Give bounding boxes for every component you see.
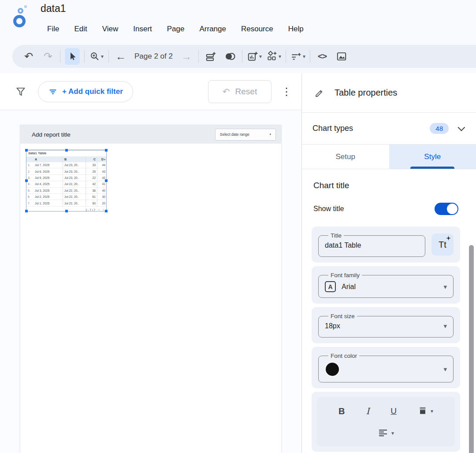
pagination-range: 1 - 7 / 7	[86, 208, 95, 212]
underline-button[interactable]: U	[390, 406, 397, 416]
italic-button[interactable]: I	[366, 406, 369, 416]
date-range-label: Select date range	[220, 132, 249, 137]
font-color-label: Font color	[328, 353, 359, 359]
panel-scrollbar[interactable]	[469, 245, 474, 453]
menu-edit[interactable]: Edit	[67, 22, 94, 36]
menu-arrange[interactable]: Arrange	[192, 22, 233, 36]
generate-title-button[interactable]: Tt	[431, 234, 454, 256]
date-range-control[interactable]: Select date range ▾	[215, 129, 276, 141]
add-chart-button[interactable]: ▾	[247, 48, 262, 65]
font-family-field[interactable]: Font family A Arial ▾	[318, 272, 454, 298]
menu-file[interactable]: File	[40, 22, 67, 36]
add-community-visualization-button[interactable]: ▾	[266, 48, 281, 65]
logo-ring-large	[13, 15, 26, 27]
fill-color-icon	[418, 406, 428, 416]
toolbar: ↶ ↷ ▾ ← Page 2 of 2 →	[12, 45, 476, 68]
table-cell: 42	[86, 181, 97, 187]
panel-title: Table properties	[335, 88, 397, 98]
redo-icon: ↷	[44, 51, 52, 62]
menu-page[interactable]: Page	[160, 22, 192, 36]
show-title-toggle[interactable]	[435, 203, 458, 215]
next-page-button[interactable]: →	[179, 48, 194, 65]
report-title-placeholder[interactable]: Add report title	[32, 131, 71, 138]
text-align-button[interactable]: ▾	[378, 428, 394, 438]
font-color-swatch[interactable]	[326, 363, 339, 376]
menu-resource[interactable]: Resource	[234, 22, 281, 36]
filter-bar: + Add quick filter ↶ Reset ⋮	[0, 73, 301, 110]
page-prev-icon[interactable]: ‹	[98, 208, 100, 212]
chart-types-count-badge: 48	[430, 123, 449, 134]
table-row[interactable]: 6. Jul 2, 2025 Jul 22, 20.. 61 30	[26, 194, 106, 200]
column-header-c[interactable]: C	[86, 156, 97, 162]
canvas-column: + Add quick filter ↶ Reset ⋮ Add report …	[0, 73, 301, 453]
add-control-button[interactable]: ▾	[290, 48, 305, 65]
selection-handle[interactable]	[105, 149, 108, 152]
table-row[interactable]: 2. Jul 6, 2025 Jul 23, 20.. 25 43	[26, 168, 106, 175]
chevron-down-icon[interactable]: ▾	[443, 322, 447, 330]
selection-handle[interactable]	[25, 149, 28, 152]
chevron-down-icon[interactable]: ▾	[443, 365, 447, 373]
selection-handle[interactable]	[105, 179, 108, 182]
redo-button[interactable]: ↷	[41, 48, 56, 65]
table-chart[interactable]: data1 Table A B C D▾ 1. Jul 7, 2025 Jul …	[26, 150, 107, 212]
undo-button[interactable]: ↶	[21, 48, 36, 65]
more-options-kebab-icon[interactable]: ⋮	[281, 85, 292, 98]
report-canvas[interactable]: Add report title Select date range ▾ dat…	[0, 110, 301, 453]
filter-funnel-icon[interactable]	[15, 86, 26, 97]
report-page[interactable]: Add report title Select date range ▾ dat…	[20, 125, 282, 453]
font-family-card: Font family A Arial ▾	[312, 266, 460, 304]
blend-data-button[interactable]	[223, 48, 238, 65]
embed-code-button[interactable]: <>	[315, 48, 330, 65]
selection-handle[interactable]	[105, 210, 108, 212]
font-size-field[interactable]: Font size 18px ▾	[318, 313, 454, 338]
highlight-color-button[interactable]: ▾	[418, 406, 433, 416]
previous-page-button[interactable]: ←	[113, 48, 128, 65]
selection-handle[interactable]	[65, 149, 68, 152]
menu-insert[interactable]: Insert	[126, 22, 160, 36]
text-format-card: B I U ▾	[312, 392, 460, 452]
row-number-cell: 6.	[26, 195, 33, 198]
select-tool-button[interactable]	[65, 48, 80, 65]
looker-studio-logo-icon[interactable]	[12, 5, 32, 28]
reset-undo-icon: ↶	[223, 86, 230, 97]
add-page-button[interactable]	[203, 48, 218, 65]
table-row[interactable]: 4. Jul 4, 2025 Jul 22, 20.. 42 41	[26, 181, 106, 187]
table-cell: 33	[86, 162, 97, 168]
active-tab-indicator	[410, 167, 454, 169]
menu-view[interactable]: View	[95, 22, 126, 36]
title-field[interactable]: Title data1 Table	[318, 232, 425, 257]
font-color-field[interactable]: Font color ▾	[318, 353, 454, 382]
column-header-b[interactable]: B	[63, 156, 86, 162]
selection-handle[interactable]	[25, 179, 28, 182]
selection-handle[interactable]	[65, 210, 68, 212]
table-row[interactable]: 7. Jul 1, 2025 Jul 22, 20.. 50 20	[26, 200, 106, 206]
document-title[interactable]: data1	[41, 3, 66, 15]
reset-button[interactable]: ↶ Reset	[208, 80, 271, 103]
toolbar-divider	[242, 50, 242, 63]
table-row[interactable]: 5. Jul 3, 2025 Jul 22, 20.. 36 40	[26, 188, 106, 194]
table-cell: Jul 23, 20..	[63, 175, 86, 181]
table-cell: Jul 3, 2025	[33, 189, 63, 192]
table-row[interactable]: 3. Jul 5, 2025 Jul 23, 20.. 22 42	[26, 175, 106, 181]
chevron-down-icon[interactable]: ▾	[443, 283, 447, 291]
report-header-band: Add report title Select date range ▾	[20, 125, 281, 144]
tab-setup[interactable]: Setup	[302, 145, 389, 169]
table-row[interactable]: 1. Jul 7, 2025 Jul 23, 20.. 33 44	[26, 162, 106, 168]
column-header-d[interactable]: D▾	[97, 156, 106, 162]
zoom-tool-button[interactable]: ▾	[89, 48, 104, 65]
title-field-value[interactable]: data1 Table	[325, 241, 419, 249]
add-image-button[interactable]	[334, 48, 349, 65]
mini-table-body: 1. Jul 7, 2025 Jul 23, 20.. 33 44 2. Jul…	[26, 162, 106, 207]
table-cell: Jul 1, 2025	[33, 202, 63, 205]
bold-button[interactable]: B	[338, 406, 345, 416]
selection-handle[interactable]	[25, 210, 28, 212]
column-header-a[interactable]: A	[33, 158, 63, 161]
zoom-icon	[89, 51, 100, 62]
chart-types-row[interactable]: Chart types 48	[302, 113, 476, 145]
row-number-cell: 5.	[26, 189, 33, 192]
add-quick-filter-button[interactable]: + Add quick filter	[38, 81, 133, 102]
menu-help[interactable]: Help	[281, 22, 311, 36]
page-next-icon[interactable]: ›	[103, 208, 104, 212]
chevron-down-icon[interactable]	[457, 123, 465, 131]
tab-style[interactable]: Style	[389, 145, 476, 169]
